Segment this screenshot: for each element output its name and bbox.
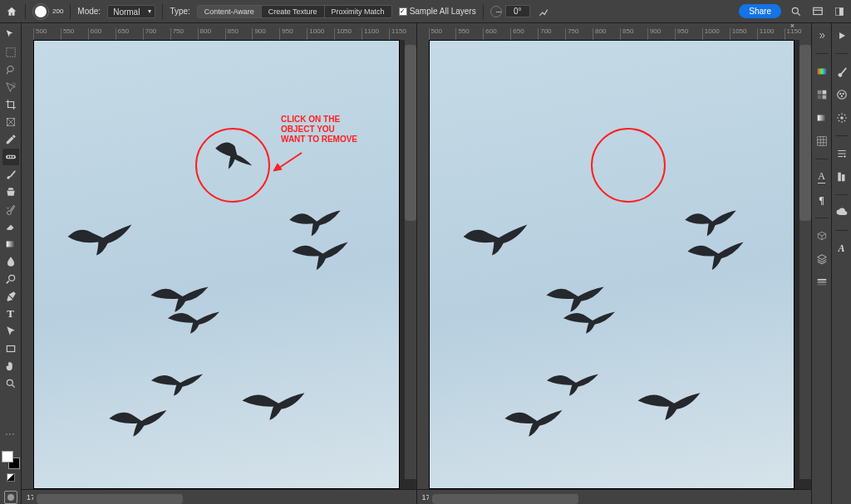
- svg-point-5: [12, 83, 15, 86]
- angle-input[interactable]: 0°: [505, 5, 530, 17]
- tool-hand[interactable]: [2, 358, 19, 374]
- tool-path-select[interactable]: [2, 323, 19, 340]
- styles-icon[interactable]: [834, 110, 849, 125]
- foreground-color[interactable]: [2, 451, 13, 462]
- tool-spot-healing[interactable]: [2, 149, 19, 165]
- tool-rectangle[interactable]: [2, 340, 19, 357]
- ruler-tick: 1150: [785, 28, 802, 40]
- panel-menu-icon[interactable]: [833, 5, 846, 18]
- svg-point-19: [840, 116, 844, 120]
- ruler-tick: 650: [116, 28, 129, 40]
- bird-target: [211, 135, 254, 170]
- scrollbar-horizontal[interactable]: [33, 494, 400, 504]
- patterns-panel-icon[interactable]: [814, 134, 829, 149]
- bird: [504, 405, 563, 438]
- tool-lasso[interactable]: [2, 61, 19, 78]
- chevrons-icon[interactable]: [814, 28, 829, 43]
- search-icon[interactable]: [790, 5, 803, 18]
- svg-point-8: [7, 156, 8, 158]
- ruler-tick: 1050: [334, 28, 352, 40]
- cc-libraries-icon[interactable]: [834, 205, 849, 220]
- share-button[interactable]: Share: [739, 4, 781, 18]
- ruler-vertical[interactable]: [22, 40, 33, 489]
- tool-frame[interactable]: [2, 114, 19, 130]
- paragraph-panel-icon[interactable]: ¶: [814, 193, 829, 208]
- annotation-circle: [591, 128, 666, 203]
- ruler-horizontal[interactable]: 5005506006507007508008509009501000105011…: [33, 28, 416, 40]
- tool-gradient[interactable]: [2, 236, 19, 252]
- bird: [241, 389, 306, 422]
- swatches-panel-icon[interactable]: [814, 87, 829, 102]
- tool-clone-stamp[interactable]: [2, 183, 19, 200]
- tool-marquee[interactable]: [2, 44, 19, 61]
- tool-zoom[interactable]: [2, 375, 19, 392]
- gradients-panel-icon[interactable]: [814, 110, 829, 125]
- tool-move[interactable]: [2, 27, 19, 43]
- tool-brush[interactable]: [2, 166, 19, 183]
- bird: [108, 405, 168, 438]
- ruler-tick: 750: [565, 28, 578, 40]
- angle-dial-icon: [490, 6, 502, 17]
- ruler-tick: 500: [33, 28, 47, 40]
- glyph-panel-icon[interactable]: A: [834, 241, 849, 256]
- svg-point-18: [840, 95, 842, 97]
- tool-eraser[interactable]: [2, 218, 19, 235]
- play-icon[interactable]: [834, 28, 849, 43]
- transform-3d-icon[interactable]: [814, 228, 829, 243]
- adjustments-icon[interactable]: [834, 87, 849, 102]
- layers-panel-icon[interactable]: [814, 252, 829, 267]
- tool-type[interactable]: T: [2, 306, 19, 322]
- canvas-right[interactable]: [429, 40, 795, 489]
- svg-rect-23: [817, 69, 826, 75]
- ruler-tick: 600: [88, 28, 101, 40]
- ruler-vertical[interactable]: [417, 40, 429, 489]
- svg-rect-32: [817, 284, 826, 286]
- svg-rect-22: [842, 174, 845, 181]
- type-proximity-match[interactable]: Proximity Match: [325, 6, 391, 17]
- annotation-arrow-icon: [270, 149, 303, 174]
- ruler-tick: 700: [538, 28, 551, 40]
- mode-label: Mode:: [77, 7, 101, 16]
- svg-rect-21: [838, 173, 841, 182]
- default-colors-icon[interactable]: [7, 473, 15, 482]
- type-content-aware[interactable]: Content-Aware: [198, 6, 262, 17]
- type-create-texture[interactable]: Create Texture: [262, 6, 325, 17]
- tool-blur[interactable]: [2, 253, 19, 270]
- scrollbar-vertical[interactable]: [799, 40, 811, 479]
- svg-rect-31: [817, 281, 826, 283]
- quick-mask-icon[interactable]: [4, 491, 17, 504]
- scrollbar-vertical[interactable]: [405, 40, 416, 479]
- tool-history-brush[interactable]: [2, 201, 19, 218]
- svg-point-10: [12, 156, 13, 158]
- color-swatches[interactable]: [2, 451, 20, 469]
- brush-panel-icon[interactable]: [834, 64, 849, 79]
- character-panel-icon[interactable]: A: [814, 169, 829, 184]
- tool-dodge[interactable]: [2, 271, 19, 287]
- channels-panel-icon[interactable]: [814, 275, 829, 290]
- tool-quick-select[interactable]: [2, 79, 19, 95]
- panel-dock-outer: A: [831, 23, 851, 504]
- tool-eyedropper[interactable]: [2, 131, 19, 148]
- color-panel-icon[interactable]: [814, 64, 829, 79]
- ruler-horizontal[interactable]: 5005506006507007508008509009501000105011…: [429, 28, 812, 40]
- canvas-left[interactable]: CLICK ON THE OBJECT YOU WANT TO REMOVE: [33, 40, 400, 489]
- brush-preview[interactable]: [32, 3, 49, 20]
- tool-crop[interactable]: [2, 96, 19, 113]
- tool-pen[interactable]: [2, 288, 19, 305]
- edit-toolbar-icon[interactable]: ⋯: [5, 428, 16, 440]
- angle-field[interactable]: 0°: [490, 5, 530, 17]
- bird: [686, 239, 745, 272]
- mode-select[interactable]: Normal: [107, 5, 155, 18]
- document-left: 5005506006507007508008509009501000105011…: [22, 23, 417, 504]
- libraries-icon[interactable]: [834, 169, 849, 184]
- modifiers-icon[interactable]: [834, 146, 849, 161]
- bird: [287, 206, 342, 239]
- svg-point-9: [9, 156, 11, 158]
- scrollbar-horizontal[interactable]: [429, 494, 795, 504]
- ruler-tick: 800: [593, 28, 606, 40]
- sample-all-layers-checkbox[interactable]: ✓ Sample All Layers: [399, 7, 476, 16]
- pressure-icon[interactable]: [537, 5, 550, 18]
- workspace-icon[interactable]: [811, 5, 824, 18]
- svg-rect-24: [817, 91, 821, 95]
- home-icon[interactable]: [5, 5, 18, 18]
